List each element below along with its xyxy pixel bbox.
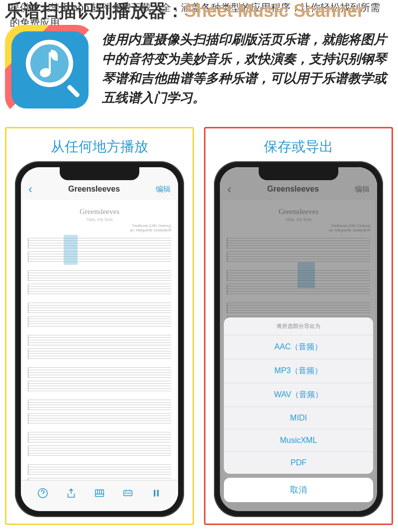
svg-rect-2	[124, 491, 132, 496]
export-option-pdf[interactable]: PDF	[224, 452, 373, 474]
nav-title: Greensleeves	[68, 185, 120, 194]
playback-cursor	[64, 235, 78, 265]
screenshots-row: 从任何地方播放 ‹ Greensleeves 编辑 Greensleeves A…	[5, 127, 393, 525]
app-title: 乐谱扫描识别播放器：Sheet Music Scanner	[5, 1, 364, 21]
screenshot-card-play: 从任何地方播放 ‹ Greensleeves 编辑 Greensleeves A…	[5, 127, 194, 525]
app-description: 使用内置摄像头扫描印刷版活页乐谱，就能将图片中的音符变为美妙音乐，欢快演奏，支持…	[102, 30, 393, 114]
export-option-midi[interactable]: MIDI	[224, 407, 373, 429]
app-title-zh: 乐谱扫描识别播放器：	[5, 0, 184, 21]
header-row: 使用内置摄像头扫描印刷版活页乐谱，就能将图片中的音符变为美妙音乐，欢快演奏，支持…	[5, 25, 393, 114]
help-icon[interactable]	[36, 487, 49, 500]
phone-notch	[259, 167, 338, 180]
back-button[interactable]: ‹	[28, 182, 32, 196]
svg-rect-3	[154, 490, 155, 496]
export-action-sheet: 将所选部分导出为 AAC（音频） MP3（音频） WAV（音频） MIDI Mu…	[220, 318, 377, 511]
pause-icon[interactable]	[150, 487, 163, 500]
action-sheet-header: 将所选部分导出为	[224, 318, 373, 335]
app-icon-inner	[11, 31, 89, 108]
export-options-group: 将所选部分导出为 AAC（音频） MP3（音频） WAV（音频） MIDI Mu…	[224, 318, 373, 474]
export-option-aac[interactable]: AAC（音频）	[224, 335, 373, 359]
svg-rect-4	[157, 490, 159, 496]
export-option-wav[interactable]: WAV（音频）	[224, 383, 373, 407]
app-icon	[5, 25, 95, 114]
app-title-en: Sheet Music Scanner	[184, 0, 364, 21]
sheet-title: Greensleeves	[28, 208, 171, 216]
sheet-meta: Traditional (16th Century)arr. Marguerit…	[28, 223, 171, 232]
screenshot-card-export: 保存或导出 ‹ Greensleeves 编辑 Greensleeves Ala…	[204, 127, 393, 525]
player-toolbar	[21, 480, 178, 511]
phone-screen-right: ‹ Greensleeves 编辑 Greensleeves Alas, my …	[220, 167, 377, 511]
sheet-subtitle: Alas, my love	[28, 217, 171, 222]
staff-system	[28, 237, 171, 263]
export-icon[interactable]	[65, 487, 78, 500]
keyboard-arrows-icon[interactable]	[121, 487, 134, 500]
export-option-musicxml[interactable]: MusicXML	[224, 429, 373, 452]
phone-mockup-left: ‹ Greensleeves 编辑 Greensleeves Alas, my …	[15, 161, 184, 517]
cancel-button[interactable]: 取消	[224, 478, 373, 502]
card-title-play: 从任何地方播放	[6, 128, 193, 161]
edit-button[interactable]: 编辑	[156, 185, 171, 194]
sheet-music-area[interactable]: Greensleeves Alas, my love Traditional (…	[23, 200, 176, 479]
export-option-mp3[interactable]: MP3（音频）	[224, 359, 373, 383]
piano-icon[interactable]	[93, 487, 106, 500]
phone-screen-left: ‹ Greensleeves 编辑 Greensleeves Alas, my …	[21, 167, 178, 511]
phone-mockup-right: ‹ Greensleeves 编辑 Greensleeves Alas, my …	[214, 161, 383, 517]
card-title-export: 保存或导出	[205, 128, 392, 161]
magnifier-icon	[20, 40, 80, 100]
phone-notch	[60, 167, 139, 180]
